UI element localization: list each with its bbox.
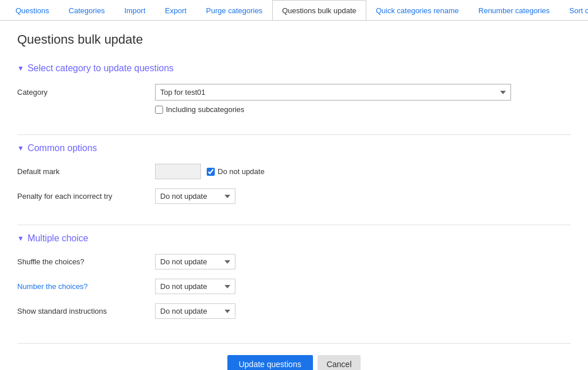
tab-export[interactable]: Export <box>155 0 196 21</box>
section2-body: Default mark Do not update Penalty for e… <box>17 159 571 222</box>
tab-categories[interactable]: Categories <box>59 0 115 21</box>
chevron-down-icon-3: ▼ <box>17 234 24 242</box>
default-mark-control: Do not update <box>155 164 265 179</box>
section-multiple-choice: ▼ Multiple choice Shuffle the choices? D… <box>17 228 571 337</box>
shuffle-control: Do not update <box>155 254 235 269</box>
including-subcategories-checkbox[interactable] <box>155 106 163 114</box>
do-not-update-label[interactable]: Do not update <box>207 167 265 176</box>
penalty-row: Penalty for each incorrect try Do not up… <box>17 188 571 204</box>
shuffle-label: Shuffle the choices? <box>17 257 144 266</box>
penalty-control: Do not update <box>155 188 235 204</box>
show-instructions-label: Show standard instructions <box>17 307 144 315</box>
tabs-bar: QuestionsCategoriesImportExportPurge cat… <box>0 0 588 21</box>
tab-questions[interactable]: Questions <box>6 0 59 21</box>
subcategories-row: Including subcategories <box>155 105 571 114</box>
action-row: Update questions Cancel <box>17 343 571 370</box>
section-select-category: ▼ Select category to update questions Ca… <box>17 57 571 132</box>
section3-body: Shuffle the choices? Do not update Numbe… <box>17 249 571 337</box>
default-mark-input[interactable] <box>155 164 201 179</box>
category-row: Category Top for test01 <box>17 84 571 101</box>
divider1 <box>17 134 571 135</box>
default-mark-label: Default mark <box>17 167 144 176</box>
number-choices-control: Do not update <box>155 279 235 294</box>
tab-renumber-categories[interactable]: Renumber categories <box>469 0 559 21</box>
chevron-down-icon: ▼ <box>17 64 24 72</box>
shuffle-row: Shuffle the choices? Do not update <box>17 254 571 269</box>
page-title: Questions bulk update <box>17 32 571 47</box>
do-not-update-checkbox[interactable] <box>207 168 215 176</box>
category-select[interactable]: Top for test01 <box>155 84 511 101</box>
number-choices-label: Number the choices? <box>17 282 144 291</box>
section1-header[interactable]: ▼ Select category to update questions <box>17 57 571 79</box>
shuffle-select[interactable]: Do not update <box>155 254 235 269</box>
number-choices-row: Number the choices? Do not update <box>17 279 571 294</box>
tab-quick-categories-rename[interactable]: Quick categories rename <box>366 0 469 21</box>
including-subcategories-label[interactable]: Including subcategories <box>155 105 245 114</box>
section1-title: Select category to update questions <box>28 63 173 74</box>
penalty-label: Penalty for each incorrect try <box>17 192 144 201</box>
show-instructions-control: Do not update <box>155 303 235 319</box>
page-content: Questions bulk update ▼ Select category … <box>0 21 588 370</box>
show-instructions-row: Show standard instructions Do not update <box>17 303 571 319</box>
penalty-select[interactable]: Do not update <box>155 188 235 204</box>
section1-body: Category Top for test01 Including subcat… <box>17 79 571 132</box>
section2-title: Common options <box>28 143 97 153</box>
section3-title: Multiple choice <box>28 233 88 244</box>
category-label: Category <box>17 88 144 97</box>
default-mark-row: Default mark Do not update <box>17 164 571 179</box>
tab-questions-bulk-update[interactable]: Questions bulk update <box>272 0 366 21</box>
section3-header[interactable]: ▼ Multiple choice <box>17 228 571 249</box>
category-control: Top for test01 <box>155 84 511 101</box>
number-choices-select[interactable]: Do not update <box>155 279 235 294</box>
show-instructions-select[interactable]: Do not update <box>155 303 235 319</box>
divider2 <box>17 225 571 225</box>
tab-sort-catego...[interactable]: Sort catego... <box>559 0 588 21</box>
tab-purge-categories[interactable]: Purge categories <box>196 0 272 21</box>
tab-import[interactable]: Import <box>114 0 155 21</box>
chevron-down-icon-2: ▼ <box>17 144 24 152</box>
section-common-options: ▼ Common options Default mark Do not upd… <box>17 137 571 222</box>
update-questions-button[interactable]: Update questions <box>227 355 313 370</box>
section2-header[interactable]: ▼ Common options <box>17 137 571 159</box>
cancel-button[interactable]: Cancel <box>318 355 361 370</box>
